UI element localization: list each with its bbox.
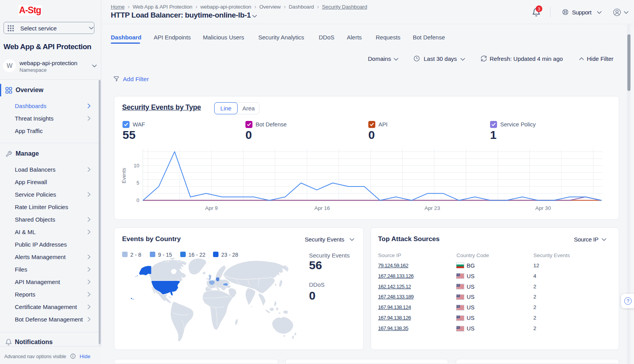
svg-text:Events: Events: [121, 168, 127, 183]
svg-text:Apr 30: Apr 30: [535, 205, 551, 211]
svg-text:Apr 9: Apr 9: [205, 205, 218, 211]
svg-text:10: 10: [134, 163, 139, 169]
svg-text:5: 5: [137, 180, 139, 186]
svg-text:Apr 16: Apr 16: [314, 205, 330, 211]
svg-text:Apr 23: Apr 23: [424, 205, 440, 211]
svg-text:0: 0: [137, 197, 139, 203]
